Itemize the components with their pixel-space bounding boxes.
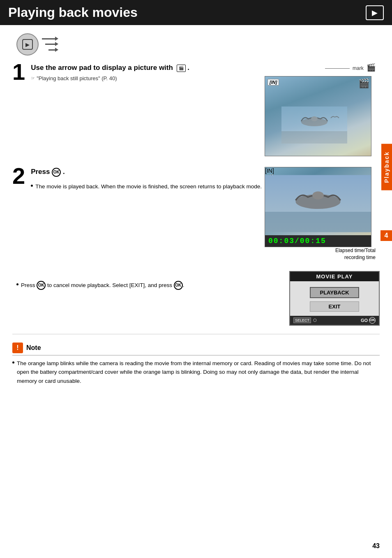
step2-bullets: The movie is played back. When the movie… [31, 183, 262, 191]
step2-right: [IN] 🎬 00:03/00:15 [265, 167, 380, 267]
svg-point-3 [311, 116, 318, 121]
bullet-item-1: The movie is played back. When the movie… [31, 183, 262, 191]
step1-left: 1 Use the arrow pad to display a picture… [12, 63, 256, 159]
movie-mark-symbol: 🎬 [367, 63, 376, 72]
step1-number: 1 [12, 60, 25, 83]
bird-scene-2-svg [265, 172, 371, 235]
page-header: Playing back movies ▶ [0, 0, 392, 25]
side-tab-number: 4 [380, 230, 392, 241]
mode-dial-circle: ▶ [16, 33, 39, 56]
bird-scene-svg [281, 107, 347, 144]
main-content: ▶ 1 [0, 33, 392, 334]
menu-option-playback[interactable]: PLAYBACK [310, 287, 359, 298]
ok-confirm-symbol: OK [174, 281, 183, 290]
menu-body: PLAYBACK EXIT [290, 281, 379, 316]
menu-ok-icon: OK [369, 317, 376, 324]
page-title: Playing back movies [8, 5, 138, 20]
step1-content: Use the arrow pad to display a picture w… [31, 63, 189, 81]
svg-point-7 [312, 191, 324, 199]
cancel-bullet: Press OK to cancel movie playback. Selec… [12, 281, 256, 290]
note-section: ! Note The orange lamp blinks while the … [0, 343, 392, 386]
menu-footer-left: SELECT ⬡ [293, 317, 317, 323]
step2-content: Press OK . The movie is played back. Whe… [31, 167, 262, 195]
cancel-text-span: Press OK to cancel movie playback. Selec… [21, 281, 184, 290]
reference-icon: ☞ [31, 76, 35, 81]
select-arrow: ⬡ [313, 318, 317, 322]
movie-play-menu: MOVIE PLAY PLAYBACK EXIT SELECT ⬡ GO OK [289, 271, 380, 326]
section-divider [12, 334, 380, 334]
step1-section: 1 Use the arrow pad to display a picture… [12, 63, 380, 159]
in-tag-1: [IN] [267, 79, 279, 86]
note-body-text: The orange lamp blinks while the camera … [17, 359, 380, 386]
mark-label: mark 🎬 [265, 63, 376, 72]
menu-title: MOVIE PLAY [290, 272, 379, 281]
timer-display: 00:03/00:15 [265, 235, 371, 247]
mode-dial-row: ▶ [16, 33, 380, 56]
note-text: The orange lamp blinks while the camera … [12, 359, 380, 386]
movie-mark-1: 🎬 [358, 78, 369, 89]
bullet-dot-1 [31, 185, 33, 187]
movie-menu-container: MOVIE PLAY PLAYBACK EXIT SELECT ⬡ GO OK [265, 271, 380, 326]
side-tab-playback: Playback [381, 144, 392, 190]
note-exclamation-icon: ! [12, 343, 23, 353]
step2-title: Press OK . [31, 167, 262, 177]
ok-cancel-symbol: OK [37, 281, 46, 290]
select-box: SELECT [293, 317, 311, 323]
step2-number: 2 [12, 164, 25, 188]
elapsed-label: Elapsed time/Total recording time [265, 247, 376, 261]
camera-screen-1: [IN] 🎬 [265, 76, 371, 156]
camera-screen-2: [IN] 🎬 00:03/00:15 [265, 167, 371, 247]
page-number: 43 [372, 542, 380, 550]
svg-rect-1 [281, 131, 347, 144]
svg-rect-5 [265, 212, 371, 232]
playback-mode-icon: ▶ [366, 5, 384, 20]
menu-footer-right: GO OK [361, 317, 376, 324]
menu-option-exit[interactable]: EXIT [310, 301, 359, 312]
step2-section: 2 Press OK . The movie is played back. W… [12, 167, 380, 267]
play-icon: ▶ [22, 39, 33, 50]
step1-title: Use the arrow pad to display a picture w… [31, 63, 189, 73]
cancel-section: Press OK to cancel movie playback. Selec… [12, 271, 256, 326]
note-header: ! Note [12, 343, 380, 356]
ok-button-symbol: OK [52, 168, 61, 177]
menu-footer: SELECT ⬡ GO OK [290, 316, 379, 325]
cancel-and-menu: Press OK to cancel movie playback. Selec… [12, 271, 380, 326]
step1-right: mark 🎬 [IN] 🎬 [265, 63, 380, 159]
note-bullet-dot [12, 361, 14, 364]
step1-reference: ☞ "Playing back still pictures" (P. 40) [31, 75, 189, 81]
bullet-dot-2 [16, 283, 18, 285]
go-label: GO [361, 318, 368, 323]
movie-icon-inline: 🎬 [177, 65, 186, 72]
note-title: Note [26, 344, 41, 352]
step2-left: 2 Press OK . The movie is played back. W… [12, 167, 265, 267]
